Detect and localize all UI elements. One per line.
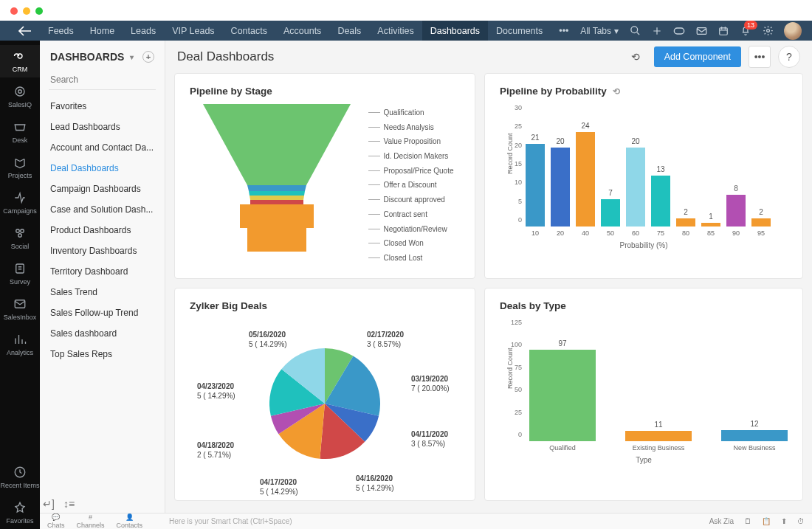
- refresh-icon[interactable]: ⟲: [625, 46, 647, 68]
- list-item[interactable]: Inventory Dashboards: [40, 241, 165, 261]
- list-item[interactable]: Territory Dashboard: [40, 261, 165, 282]
- refresh-icon[interactable]: ⟲: [613, 86, 620, 97]
- chevron-down-icon[interactable]: ▾: [130, 53, 134, 61]
- add-component-button[interactable]: Add Component: [654, 46, 741, 67]
- list-item[interactable]: Sales Trend: [40, 282, 165, 302]
- window-controls: [10, 7, 43, 15]
- tab-leads[interactable]: Leads: [123, 21, 164, 41]
- x-axis-label: Type: [500, 456, 788, 464]
- search-box: [49, 70, 156, 90]
- rail-favorites[interactable]: Favorites: [0, 497, 40, 529]
- search-icon[interactable]: [629, 25, 641, 37]
- list-item[interactable]: Sales Follow-up Trend: [40, 302, 165, 323]
- ask-zia-button[interactable]: Ask Zia: [709, 517, 734, 525]
- bar: 890: [726, 184, 746, 237]
- pie-slice-label: 03/19/20207 ( 20.00%): [411, 374, 450, 393]
- rail-recent-items[interactable]: Recent Items: [0, 461, 40, 494]
- bar: 185: [701, 212, 721, 237]
- list-item[interactable]: Case and Solution Dash...: [40, 199, 165, 220]
- bar: 295: [751, 208, 771, 237]
- panel-header: DASHBOARDS ▾ +: [40, 51, 165, 70]
- tab-documents[interactable]: Documents: [488, 21, 551, 41]
- bottom-tab-channels[interactable]: #Channels: [77, 514, 105, 529]
- more-tabs-icon[interactable]: •••: [551, 21, 577, 41]
- top-nav: FeedsHomeLeadsVIP LeadsContactsAccountsD…: [40, 21, 812, 41]
- clock-icon[interactable]: ⏱: [797, 517, 805, 525]
- tab-deals[interactable]: Deals: [329, 21, 369, 41]
- list-item[interactable]: Account and Contact Da...: [40, 137, 165, 158]
- tab-accounts[interactable]: Accounts: [275, 21, 329, 41]
- tab-dashboards[interactable]: Dashboards: [422, 21, 488, 41]
- funnel-stage-label: Closed Won: [368, 239, 453, 247]
- funnel-stage-label: Contract sent: [368, 210, 453, 218]
- tab-home[interactable]: Home: [82, 21, 123, 41]
- rail-analytics[interactable]: Analytics: [0, 328, 40, 361]
- rail-salesinbox[interactable]: SalesInbox: [0, 293, 40, 325]
- bottom-bar: 💬Chats #Channels 👤Contacts Here is your …: [40, 513, 812, 529]
- upload-icon[interactable]: ⬆: [781, 517, 787, 525]
- calendar-icon[interactable]: [718, 25, 729, 37]
- bottom-tab-contacts[interactable]: 👤Contacts: [117, 514, 143, 529]
- list-item[interactable]: Product Dashboards: [40, 220, 165, 241]
- card-deals-by-type: Deals by Type Record Count 1251007550250…: [484, 288, 803, 501]
- collapse-panel-icon[interactable]: ↵]: [43, 498, 55, 510]
- minimize-icon[interactable]: [23, 7, 30, 15]
- bar: 280: [675, 208, 696, 237]
- tab-feeds[interactable]: Feeds: [40, 21, 82, 41]
- back-icon[interactable]: [10, 26, 40, 36]
- svg-point-0: [630, 27, 637, 33]
- svg-rect-3: [720, 27, 728, 34]
- rail-projects[interactable]: Projects: [0, 151, 40, 184]
- rail-campaigns[interactable]: Campaigns: [0, 187, 40, 219]
- pie-slice-label: 04/11/20203 ( 8.57%): [411, 429, 448, 449]
- rail-desk[interactable]: Desk: [0, 116, 40, 148]
- svg-point-9: [18, 234, 22, 238]
- bar: 97Qualified: [529, 339, 596, 452]
- more-icon[interactable]: •••: [749, 46, 771, 68]
- card-title: Pipeline by Probability: [500, 86, 607, 97]
- page-title: Deal Dashboards: [177, 49, 274, 64]
- bar: 12New Business: [721, 420, 788, 452]
- bar-chart-type: Record Count 1251007550250 97Qualified11…: [500, 319, 788, 452]
- list-item[interactable]: Favorites: [40, 96, 165, 117]
- mail-icon[interactable]: [695, 25, 707, 37]
- sort-panel-icon[interactable]: ↕≡: [63, 498, 75, 510]
- rail-social[interactable]: Social: [0, 222, 40, 255]
- funnel-stage-label: Id. Decision Makers: [368, 152, 453, 160]
- gamepad-icon[interactable]: [673, 25, 685, 37]
- funnel-stage-label: Value Proposition: [368, 137, 453, 145]
- note-icon[interactable]: 🗒: [744, 517, 751, 525]
- tab-activities[interactable]: Activities: [369, 21, 422, 41]
- maximize-icon[interactable]: [35, 7, 43, 15]
- rail-crm[interactable]: CRM: [0, 45, 40, 77]
- avatar[interactable]: [784, 22, 802, 40]
- list-item[interactable]: Deal Dashboards: [40, 158, 165, 179]
- pie-slice-label: 04/23/20205 ( 14.29%): [197, 381, 235, 401]
- pie-slice-label: 02/17/20203 ( 8.57%): [367, 330, 404, 349]
- all-tabs-dropdown[interactable]: All Tabs ▾: [580, 26, 619, 36]
- card-title: Deals by Type: [500, 300, 566, 311]
- plus-icon[interactable]: [651, 25, 663, 37]
- bell-icon[interactable]: 13: [740, 25, 751, 37]
- tab-contacts[interactable]: Contacts: [223, 21, 275, 41]
- svg-point-5: [18, 90, 22, 94]
- rail-survey[interactable]: Survey: [0, 257, 40, 290]
- close-icon[interactable]: [10, 7, 18, 15]
- svg-rect-10: [16, 264, 24, 273]
- list-item[interactable]: Lead Dashboards: [40, 117, 165, 137]
- funnel-stage-label: Negotiation/Review: [368, 225, 453, 233]
- pie-slice-label: 04/18/20202 ( 5.71%): [197, 440, 234, 460]
- smart-chat-hint[interactable]: Here is your Smart Chat (Ctrl+Space): [169, 517, 292, 525]
- bottom-tab-chats[interactable]: 💬Chats: [47, 514, 65, 529]
- gear-icon[interactable]: [762, 25, 774, 37]
- add-dashboard-button[interactable]: +: [142, 51, 154, 63]
- clipboard-icon[interactable]: 📋: [762, 517, 771, 525]
- rail-salesiq[interactable]: SalesIQ: [0, 80, 40, 113]
- list-item[interactable]: Campaign Dashboards: [40, 179, 165, 199]
- list-item[interactable]: Top Sales Reps: [40, 344, 165, 364]
- card-title: Pipeline by Stage: [190, 86, 272, 97]
- tab-vip-leads[interactable]: VIP Leads: [164, 21, 222, 41]
- help-icon[interactable]: ?: [778, 46, 800, 68]
- search-input[interactable]: [49, 70, 156, 90]
- list-item[interactable]: Sales dashboard: [40, 323, 165, 344]
